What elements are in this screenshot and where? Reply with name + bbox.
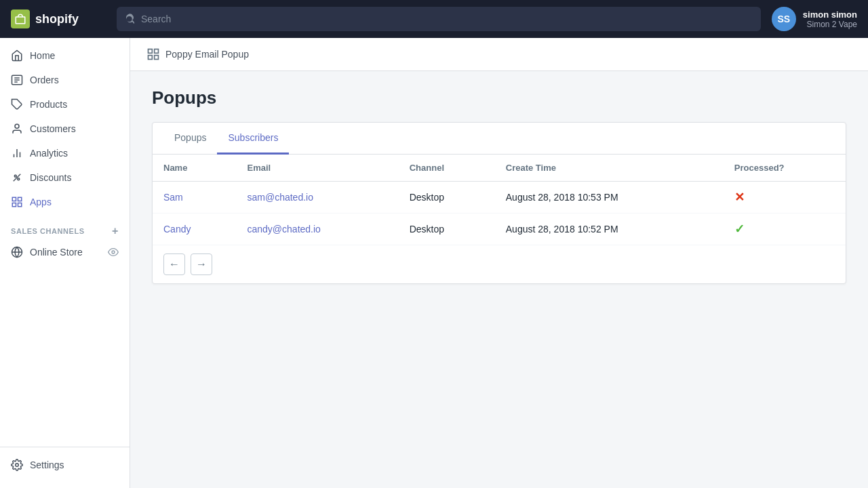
table-wrap: Name Email Channel Create Time Processed… xyxy=(153,155,846,245)
breadcrumb-text: Poppy Email Popup xyxy=(165,49,249,60)
bag-svg xyxy=(14,13,26,25)
sidebar-nav: Home Orders Products xyxy=(0,38,130,447)
user-menu[interactable]: SS simon simon Simon 2 Vape xyxy=(772,7,857,31)
sidebar-label-products: Products xyxy=(30,99,67,110)
sidebar-item-discounts[interactable]: Discounts xyxy=(0,165,130,190)
cell-processed-0: ✕ xyxy=(724,182,846,214)
home-icon xyxy=(11,49,23,62)
pagination-prev-button[interactable]: ← xyxy=(163,253,185,275)
discounts-icon xyxy=(11,171,23,184)
sidebar-label-customers: Customers xyxy=(30,123,76,134)
processed-x-icon: ✕ xyxy=(734,190,745,204)
online-store-left: Online Store xyxy=(11,246,83,258)
sidebar-item-orders[interactable]: Orders xyxy=(0,68,130,92)
sales-channels-label: SALES CHANNELS xyxy=(11,227,85,235)
sidebar-bottom: Settings xyxy=(0,447,130,488)
svg-point-10 xyxy=(18,178,20,180)
name-link-1[interactable]: Candy xyxy=(163,224,191,235)
sidebar-item-settings[interactable]: Settings xyxy=(0,453,130,477)
svg-rect-22 xyxy=(149,56,153,60)
main-layout: Home Orders Products xyxy=(0,38,868,488)
subscribers-table: Name Email Channel Create Time Processed… xyxy=(153,155,846,245)
main-content: Poppy Email Popup Popups Popups Subscrib… xyxy=(130,38,868,488)
sidebar-item-apps[interactable]: Apps xyxy=(0,190,130,214)
logo-text: shopify xyxy=(35,12,79,26)
col-header-create-time: Create Time xyxy=(495,155,724,182)
top-navigation: shopify SS simon simon Simon 2 Vape xyxy=(0,0,868,38)
sales-channels-header: SALES CHANNELS + xyxy=(0,214,130,240)
page-body: Popups Popups Subscribers Name Email Ch xyxy=(130,71,868,300)
sidebar-item-online-store[interactable]: Online Store xyxy=(0,240,130,264)
sidebar: Home Orders Products xyxy=(0,38,130,488)
settings-label: Settings xyxy=(30,460,64,470)
page-title: Popups xyxy=(152,87,846,108)
table-body: Sam sam@chated.io Desktop August 28, 201… xyxy=(153,182,846,245)
col-header-processed: Processed? xyxy=(724,155,846,182)
customers-icon xyxy=(11,123,23,135)
breadcrumb: Poppy Email Popup xyxy=(130,38,868,71)
svg-point-5 xyxy=(15,124,19,128)
cell-create-time-1: August 28, 2018 10:52 PM xyxy=(495,214,724,245)
svg-point-9 xyxy=(14,175,16,177)
products-icon xyxy=(11,98,23,110)
col-header-channel: Channel xyxy=(399,155,495,182)
search-icon xyxy=(125,14,136,24)
svg-point-18 xyxy=(112,251,115,253)
sidebar-item-analytics[interactable]: Analytics xyxy=(0,141,130,165)
orders-icon xyxy=(11,74,23,86)
sidebar-label-apps: Apps xyxy=(30,197,52,207)
svg-rect-15 xyxy=(18,203,22,207)
shopify-bag-icon xyxy=(11,9,30,28)
sidebar-label-discounts: Discounts xyxy=(30,172,71,183)
svg-rect-14 xyxy=(12,203,16,207)
svg-rect-12 xyxy=(12,197,16,201)
tab-subscribers[interactable]: Subscribers xyxy=(217,123,289,155)
tab-popups[interactable]: Popups xyxy=(163,123,217,155)
online-store-label: Online Store xyxy=(30,247,83,258)
main-card: Popups Subscribers Name Email Channel Cr… xyxy=(152,122,846,284)
svg-point-19 xyxy=(16,464,19,467)
tabs: Popups Subscribers xyxy=(153,123,846,155)
pagination-next-button[interactable]: → xyxy=(191,253,212,275)
table-header-row: Name Email Channel Create Time Processed… xyxy=(153,155,846,182)
svg-rect-13 xyxy=(18,197,22,201)
search-bar[interactable] xyxy=(117,7,761,31)
user-info: simon simon Simon 2 Vape xyxy=(803,9,857,29)
cell-email-0[interactable]: sam@chated.io xyxy=(236,182,398,214)
add-sales-channel-button[interactable]: + xyxy=(112,225,119,237)
cell-channel-0: Desktop xyxy=(399,182,495,214)
cell-name-0[interactable]: Sam xyxy=(153,182,236,214)
cell-email-1[interactable]: candy@chated.io xyxy=(236,214,398,245)
pagination: ← → xyxy=(153,245,846,283)
processed-check-icon: ✓ xyxy=(734,222,745,236)
sidebar-item-products[interactable]: Products xyxy=(0,92,130,117)
search-input[interactable] xyxy=(141,14,753,24)
user-name: simon simon xyxy=(803,9,857,20)
email-link-0[interactable]: sam@chated.io xyxy=(247,192,313,203)
apps-icon xyxy=(11,196,23,208)
eye-icon xyxy=(108,247,119,258)
cell-channel-1: Desktop xyxy=(399,214,495,245)
email-link-1[interactable]: candy@chated.io xyxy=(247,224,320,235)
sidebar-label-analytics: Analytics xyxy=(30,148,68,159)
name-link-0[interactable]: Sam xyxy=(163,192,183,203)
shopify-logo[interactable]: shopify xyxy=(11,9,106,28)
table-row: Candy candy@chated.io Desktop August 28,… xyxy=(153,214,846,245)
table-row: Sam sam@chated.io Desktop August 28, 201… xyxy=(153,182,846,214)
col-header-email: Email xyxy=(236,155,398,182)
cell-processed-1: ✓ xyxy=(724,214,846,245)
svg-rect-20 xyxy=(149,49,153,54)
svg-rect-23 xyxy=(155,56,159,60)
cell-create-time-0: August 28, 2018 10:53 PM xyxy=(495,182,724,214)
sidebar-item-home[interactable]: Home xyxy=(0,43,130,68)
breadcrumb-icon xyxy=(146,47,160,61)
sidebar-item-customers[interactable]: Customers xyxy=(0,117,130,141)
user-store: Simon 2 Vape xyxy=(803,20,857,29)
svg-rect-21 xyxy=(155,49,159,54)
avatar: SS xyxy=(772,7,796,31)
sidebar-label-orders: Orders xyxy=(30,75,59,85)
online-store-icon xyxy=(11,246,23,258)
cell-name-1[interactable]: Candy xyxy=(153,214,236,245)
analytics-icon xyxy=(11,147,23,159)
col-header-name: Name xyxy=(153,155,236,182)
